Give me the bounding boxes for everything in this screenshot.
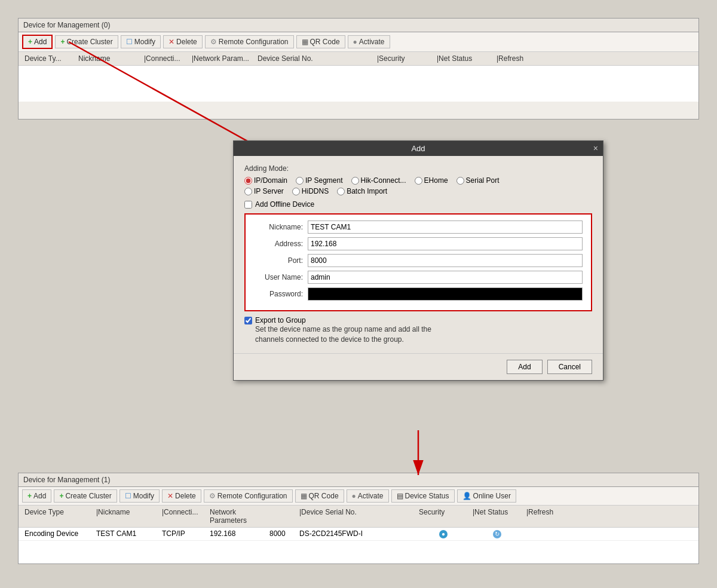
bottom-qr-button[interactable]: ▦ QR Code bbox=[295, 489, 344, 503]
radio-batch-import-label: Batch Import bbox=[347, 187, 387, 195]
radio-ip-segment-input[interactable] bbox=[296, 177, 304, 185]
bottom-panel: Device for Management (1) + Add + Create… bbox=[18, 473, 699, 564]
radio-hik-connect-label: Hik-Connect... bbox=[361, 176, 406, 185]
top-delete-button[interactable]: ✕ Delete bbox=[163, 35, 203, 48]
address-input[interactable] bbox=[308, 237, 583, 250]
bottom-modify-icon: ☐ bbox=[125, 492, 131, 500]
top-table-body bbox=[19, 66, 698, 102]
radio-hiddns-label: HiDDNS bbox=[302, 187, 329, 195]
radio-batch-import-input[interactable] bbox=[337, 188, 345, 195]
top-activate-label: Activate bbox=[359, 38, 385, 46]
nickname-input[interactable] bbox=[308, 220, 583, 234]
bottom-device-status-label: Device Status bbox=[405, 492, 449, 500]
bottom-delete-icon: ✕ bbox=[167, 492, 173, 500]
bottom-remote-config-label: Remote Configuration bbox=[217, 492, 287, 500]
adding-mode-label: Adding Mode: bbox=[244, 164, 592, 173]
table-row[interactable]: Encoding Device TEST CAM1 TCP/IP 192.168… bbox=[19, 528, 698, 541]
radio-ip-server-input[interactable] bbox=[244, 188, 252, 195]
radio-ip-domain-label: IP/Domain bbox=[254, 176, 287, 185]
radio-ehome-input[interactable] bbox=[415, 177, 422, 185]
port-row: Port: bbox=[254, 254, 583, 267]
bottom-create-cluster-button[interactable]: + Create Cluster bbox=[54, 489, 117, 503]
password-input[interactable] bbox=[308, 287, 583, 301]
col-header-refresh: |Refresh bbox=[494, 54, 542, 63]
bottom-gear-icon: ⚙ bbox=[209, 492, 216, 500]
bottom-col-header-serial: |Device Serial No. bbox=[297, 507, 416, 525]
export-checkbox[interactable] bbox=[244, 317, 252, 324]
radio-hik-connect-input[interactable] bbox=[351, 177, 359, 185]
bottom-col-header-port bbox=[267, 507, 297, 525]
cell-refresh bbox=[524, 529, 566, 539]
export-note: Set the device name as the group name an… bbox=[255, 325, 431, 344]
col-header-security: |Security bbox=[375, 54, 434, 63]
netstatus-icon: ↻ bbox=[493, 530, 501, 538]
radio-ip-server[interactable]: IP Server bbox=[244, 187, 284, 195]
radio-ip-segment[interactable]: IP Segment bbox=[296, 176, 342, 185]
modal-cancel-button[interactable]: Cancel bbox=[547, 360, 592, 374]
add-modal: Add × Adding Mode: IP/Domain IP Segment … bbox=[233, 140, 603, 381]
radio-ip-domain[interactable]: IP/Domain bbox=[244, 176, 287, 185]
radio-hiddns-input[interactable] bbox=[292, 188, 300, 195]
modal-footer: Add Cancel bbox=[234, 353, 603, 380]
radio-ip-domain-input[interactable] bbox=[244, 177, 252, 185]
bottom-modify-button[interactable]: ☐ Modify bbox=[120, 489, 160, 503]
col-header-network: |Network Param... bbox=[189, 54, 255, 63]
top-add-button[interactable]: + Add bbox=[22, 35, 53, 49]
cell-nickname: TEST CAM1 bbox=[94, 529, 160, 539]
top-activate-button[interactable]: ● Activate bbox=[348, 35, 390, 48]
activate-icon: ● bbox=[353, 38, 357, 46]
top-remote-config-button[interactable]: ⚙ Remote Configuration bbox=[205, 35, 294, 48]
add-offline-row: Add Offline Device bbox=[244, 200, 592, 209]
radio-batch-import[interactable]: Batch Import bbox=[337, 187, 387, 195]
bottom-col-header-security: Security bbox=[416, 507, 470, 525]
delete-icon: ✕ bbox=[168, 38, 174, 46]
bottom-qr-label: QR Code bbox=[309, 492, 339, 500]
port-input[interactable] bbox=[308, 254, 583, 267]
bottom-delete-button[interactable]: ✕ Delete bbox=[162, 489, 201, 503]
radio-serial-port[interactable]: Serial Port bbox=[456, 176, 500, 185]
top-panel: Device for Management (0) + Add + Create… bbox=[18, 18, 699, 120]
modal-close-button[interactable]: × bbox=[593, 143, 598, 153]
add-offline-checkbox[interactable] bbox=[244, 201, 252, 209]
bottom-plus-icon: + bbox=[27, 492, 32, 500]
radio-row-1: IP/Domain IP Segment Hik-Connect... EHom… bbox=[244, 176, 592, 185]
bottom-col-header-connection: |Connecti... bbox=[160, 507, 207, 525]
top-delete-label: Delete bbox=[176, 38, 197, 46]
cell-network-params: 192.168 bbox=[207, 529, 267, 539]
bottom-col-header-refresh: |Refresh bbox=[524, 507, 566, 525]
radio-serial-port-input[interactable] bbox=[456, 177, 464, 185]
bottom-remote-config-button[interactable]: ⚙ Remote Configuration bbox=[204, 489, 293, 503]
bottom-online-user-button[interactable]: 👤 Online User bbox=[457, 489, 516, 503]
top-modify-label: Modify bbox=[134, 38, 155, 46]
bottom-activate-button[interactable]: ● Activate bbox=[347, 489, 389, 503]
bottom-qr-icon: ▦ bbox=[301, 492, 307, 500]
radio-ehome[interactable]: EHome bbox=[415, 176, 448, 185]
cell-port: 8000 bbox=[267, 529, 297, 539]
plus-icon: + bbox=[28, 38, 32, 46]
top-toolbar: + Add + Create Cluster ☐ Modify ✕ Delete… bbox=[19, 32, 698, 52]
bottom-add-button[interactable]: + Add bbox=[22, 489, 51, 503]
modal-add-button[interactable]: Add bbox=[507, 360, 542, 374]
cell-device-type: Encoding Device bbox=[22, 529, 94, 539]
top-modify-button[interactable]: ☐ Modify bbox=[121, 35, 161, 48]
add-offline-label: Add Offline Device bbox=[255, 200, 314, 209]
username-input[interactable] bbox=[308, 271, 583, 284]
col-header-nickname: Nickname bbox=[76, 54, 142, 63]
cell-security: ● bbox=[416, 529, 470, 539]
radio-hiddns[interactable]: HiDDNS bbox=[292, 187, 329, 195]
top-qr-label: QR Code bbox=[310, 38, 340, 46]
port-label: Port: bbox=[254, 256, 308, 265]
bottom-table-body: Encoding Device TEST CAM1 TCP/IP 192.168… bbox=[19, 528, 698, 564]
username-label: User Name: bbox=[254, 273, 308, 281]
bottom-device-status-button[interactable]: ▤ Device Status bbox=[391, 489, 455, 503]
bottom-col-header-netstatus: |Net Status bbox=[470, 507, 524, 525]
address-label: Address: bbox=[254, 240, 308, 248]
top-remote-config-label: Remote Configuration bbox=[219, 38, 289, 46]
top-create-cluster-button[interactable]: + Create Cluster bbox=[55, 35, 118, 48]
export-info: Export to Group Set the device name as t… bbox=[255, 316, 431, 345]
top-qr-button[interactable]: ▦ QR Code bbox=[296, 35, 345, 48]
bottom-create-cluster-label: Create Cluster bbox=[65, 492, 111, 500]
gear-icon: ⚙ bbox=[210, 38, 217, 46]
top-table-header: Device Ty... Nickname |Connecti... |Netw… bbox=[19, 52, 698, 66]
radio-hik-connect[interactable]: Hik-Connect... bbox=[351, 176, 406, 185]
